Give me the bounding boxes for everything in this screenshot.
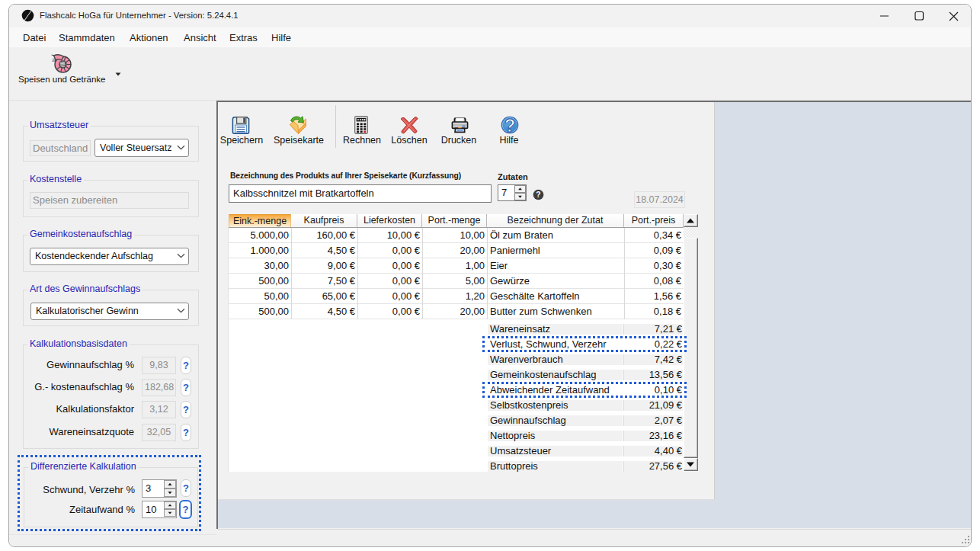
svg-text:?: ? [504,116,515,134]
svg-text:?: ? [536,191,540,199]
